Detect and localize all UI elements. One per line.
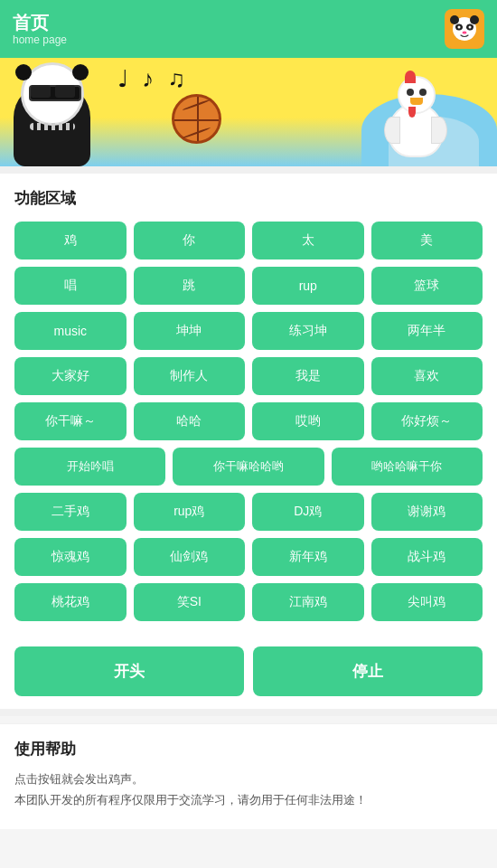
header-title-block: 首页 home page (13, 12, 67, 46)
svg-point-7 (469, 26, 472, 29)
btn-rupji[interactable]: rup鸡 (134, 493, 246, 531)
btn-jijiao[interactable]: 尖叫鸡 (371, 583, 483, 621)
page-subtitle: home page (13, 33, 67, 46)
btn-ni[interactable]: 你 (134, 222, 246, 259)
btn-xiao[interactable]: 笑SI (134, 583, 246, 621)
btn-tai[interactable]: 太 (252, 222, 364, 259)
btn-row-8: 惊魂鸡 仙剑鸡 新年鸡 战斗鸡 (14, 538, 483, 576)
header: 首页 home page (0, 0, 497, 58)
btn-zhandou[interactable]: 战斗鸡 (371, 538, 483, 576)
btn-xinnian[interactable]: 新年鸡 (252, 538, 364, 576)
btn-row-5: 你干嘛～ 哈哈 哎哟 你好烦～ (14, 402, 483, 440)
help-text-1: 点击按钮就会发出鸡声。 (14, 769, 483, 789)
banner: ♩ ♪ ♫ (0, 58, 497, 166)
btn-row-6: 开始吟唱 你干嘛哈哈哟 哟哈哈嘛干你 (14, 448, 483, 486)
chicken-character (380, 76, 452, 157)
svg-point-6 (458, 26, 461, 29)
btn-jinghun[interactable]: 惊魂鸡 (14, 538, 127, 576)
btn-tiao[interactable]: 跳 (134, 267, 246, 305)
panda-figure (5, 62, 99, 166)
action-row: 开头 停止 (0, 637, 497, 709)
btn-nihao[interactable]: 你好烦～ (371, 402, 483, 440)
btn-yo[interactable]: 哟哈哈嘛干你 (332, 448, 483, 486)
stop-button[interactable]: 停止 (253, 646, 483, 696)
help-section: 使用帮助 点击按钮就会发出鸡声。 本团队开发的所有程序仅限用于交流学习，请勿用于… (0, 723, 497, 829)
btn-row-4: 大家好 制作人 我是 喜欢 (14, 357, 483, 395)
btn-jiangnan[interactable]: 江南鸡 (252, 583, 364, 621)
btn-mei[interactable]: 美 (371, 222, 483, 259)
btn-xianjian[interactable]: 仙剑鸡 (134, 538, 246, 576)
btn-zhizuo[interactable]: 制作人 (134, 357, 246, 395)
help-text-2: 本团队开发的所有程序仅限用于交流学习，请勿用于任何非法用途！ (14, 789, 483, 810)
panda-avatar-icon[interactable] (445, 9, 484, 49)
btn-nigan2[interactable]: 你干嘛哈哈哟 (173, 448, 324, 486)
btn-row-2: 唱 跳 rup 篮球 (14, 267, 483, 305)
function-section: 功能区域 鸡 你 太 美 唱 跳 rup 篮球 music 坤坤 练习坤 两年半… (0, 174, 497, 637)
btn-xie[interactable]: 谢谢鸡 (371, 493, 483, 531)
btn-haha[interactable]: 哈哈 (134, 402, 246, 440)
btn-lianxi[interactable]: 练习坤 (252, 312, 364, 350)
svg-point-3 (470, 15, 479, 24)
btn-aiyou[interactable]: 哎哟 (252, 402, 364, 440)
btn-row-9: 桃花鸡 笑SI 江南鸡 尖叫鸡 (14, 583, 483, 621)
btn-rup[interactable]: rup (252, 267, 364, 305)
svg-point-8 (463, 32, 467, 34)
music-notes-icon: ♩ ♪ ♫ (117, 65, 189, 93)
btn-kaishi[interactable]: 开始吟唱 (14, 448, 165, 486)
svg-point-2 (450, 15, 459, 24)
btn-row-7: 二手鸡 rup鸡 DJ鸡 谢谢鸡 (14, 493, 483, 531)
btn-taohua[interactable]: 桃花鸡 (14, 583, 127, 621)
start-button[interactable]: 开头 (14, 646, 244, 696)
btn-woshi[interactable]: 我是 (252, 357, 364, 395)
btn-chang[interactable]: 唱 (14, 267, 127, 305)
btn-djji[interactable]: DJ鸡 (252, 493, 364, 531)
btn-xihuan[interactable]: 喜欢 (371, 357, 483, 395)
btn-row-3: music 坤坤 练习坤 两年半 (14, 312, 483, 350)
page-title: 首页 (13, 12, 67, 33)
btn-liangnian[interactable]: 两年半 (371, 312, 483, 350)
btn-lanqiu[interactable]: 篮球 (371, 267, 483, 305)
function-section-title: 功能区域 (14, 188, 483, 209)
btn-dajia[interactable]: 大家好 (14, 357, 127, 395)
btn-row-1: 鸡 你 太 美 (14, 222, 483, 259)
btn-ji[interactable]: 鸡 (14, 222, 127, 259)
btn-ershou[interactable]: 二手鸡 (14, 493, 127, 531)
divider-1 (0, 166, 497, 174)
btn-music[interactable]: music (14, 312, 127, 350)
divider-2 (0, 709, 497, 716)
basketball-icon (172, 94, 221, 144)
btn-kunkun[interactable]: 坤坤 (134, 312, 246, 350)
help-title: 使用帮助 (14, 739, 483, 760)
btn-nigan[interactable]: 你干嘛～ (14, 402, 127, 440)
